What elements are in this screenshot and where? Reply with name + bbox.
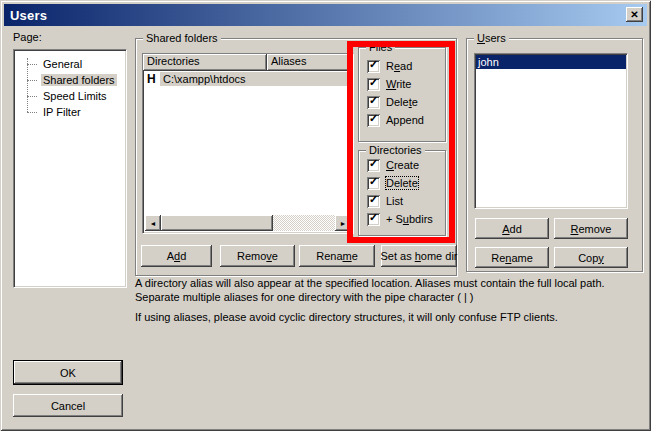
add-directory-button[interactable]: Add bbox=[141, 245, 212, 267]
tree-item-label: Speed Limits bbox=[41, 90, 109, 102]
users-group-label: Users bbox=[474, 32, 509, 44]
rename-directory-button[interactable]: Rename bbox=[299, 245, 375, 267]
alias-help-paragraph-2: If using aliases, please avoid cyclic di… bbox=[135, 310, 647, 324]
annotation-rectangle bbox=[347, 41, 455, 243]
scrollbar-thumb[interactable] bbox=[161, 215, 273, 231]
cancel-button[interactable]: Cancel bbox=[13, 394, 123, 417]
tree-item-general[interactable]: General bbox=[14, 56, 126, 72]
tree-item-ip-filter[interactable]: IP Filter bbox=[14, 104, 126, 120]
close-button[interactable]: ✕ bbox=[626, 7, 643, 22]
directory-path: C:\xampp\htdocs bbox=[160, 72, 353, 86]
directories-listview[interactable]: Directories Aliases H C:\xampp\htdocs ◄ … bbox=[142, 53, 354, 234]
tree-item-label: General bbox=[41, 58, 84, 70]
copy-user-button[interactable]: Copy bbox=[554, 247, 628, 268]
remove-directory-button[interactable]: Remove bbox=[220, 245, 295, 267]
button-label: Rename bbox=[491, 252, 533, 264]
home-marker: H bbox=[143, 72, 160, 86]
page-tree: General Shared folders Speed Limits IP F… bbox=[13, 49, 127, 288]
remove-user-button[interactable]: Remove bbox=[554, 218, 628, 239]
scroll-right-icon: ► bbox=[340, 220, 347, 227]
column-header-directories[interactable]: Directories bbox=[143, 54, 267, 71]
users-dialog: Users ✕ Page: General Shared folders Spe… bbox=[0, 0, 651, 431]
users-group: Users john Add Remove Rename Copy bbox=[466, 38, 643, 272]
tree-item-label: Shared folders bbox=[41, 74, 117, 86]
close-icon: ✕ bbox=[630, 9, 638, 20]
button-label: Copy bbox=[578, 252, 604, 264]
users-list[interactable]: john bbox=[474, 53, 628, 209]
horizontal-scrollbar[interactable]: ◄ ► bbox=[145, 215, 351, 231]
alias-help-paragraph-1: A directory alias will also appear at th… bbox=[135, 276, 647, 304]
ok-button[interactable]: OK bbox=[13, 360, 123, 385]
button-label: Remove bbox=[571, 223, 612, 235]
tree-item-shared-folders[interactable]: Shared folders bbox=[14, 72, 126, 88]
tree-item-speed-limits[interactable]: Speed Limits bbox=[14, 88, 126, 104]
directory-row[interactable]: H C:\xampp\htdocs bbox=[143, 71, 353, 86]
alias-help-text: A directory alias will also appear at th… bbox=[135, 276, 647, 324]
page-label: Page: bbox=[13, 31, 42, 43]
shared-folders-group-label: Shared folders bbox=[143, 32, 221, 44]
button-label: Rename bbox=[316, 250, 358, 262]
rename-user-button[interactable]: Rename bbox=[475, 247, 549, 268]
add-user-button[interactable]: Add bbox=[475, 218, 549, 239]
window-title: Users bbox=[10, 8, 47, 23]
tree-item-label: IP Filter bbox=[41, 106, 83, 118]
scroll-left-button[interactable]: ◄ bbox=[145, 215, 161, 231]
title-bar: Users ✕ bbox=[4, 4, 647, 26]
scroll-left-icon: ◄ bbox=[150, 220, 157, 227]
column-header-aliases[interactable]: Aliases bbox=[267, 54, 353, 71]
button-label: Add bbox=[167, 250, 187, 262]
button-label: Set as home dir bbox=[380, 250, 457, 262]
set-as-home-dir-button[interactable]: Set as home dir bbox=[381, 245, 457, 267]
button-label: Add bbox=[502, 223, 522, 235]
scrollbar-track[interactable] bbox=[273, 215, 335, 231]
user-row-john[interactable]: john bbox=[476, 55, 626, 69]
button-label: Remove bbox=[237, 250, 278, 262]
listview-header: Directories Aliases bbox=[143, 54, 353, 71]
